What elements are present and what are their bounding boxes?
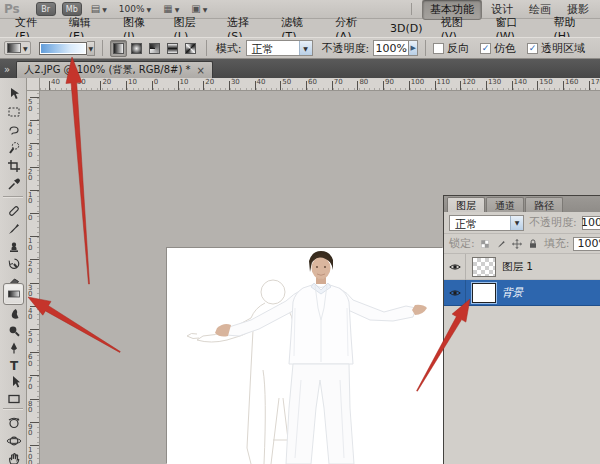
reflected-gradient-button[interactable] bbox=[164, 40, 181, 57]
opacity-input[interactable]: 100% bbox=[373, 40, 409, 56]
blend-mode-select[interactable]: 正常▼ bbox=[246, 40, 313, 56]
dodge-tool[interactable] bbox=[3, 322, 24, 340]
move-tool[interactable] bbox=[3, 85, 24, 103]
lock-all-icon bbox=[527, 238, 539, 250]
ruler-number: 60 bbox=[28, 354, 36, 367]
3d-rotate-tool[interactable] bbox=[3, 414, 24, 432]
lock-transparent-button[interactable] bbox=[479, 237, 492, 250]
ruler-number: 110 bbox=[437, 78, 450, 86]
lock-paint-icon bbox=[495, 238, 507, 250]
layer-thumbnail[interactable] bbox=[472, 257, 496, 277]
reflected-gradient-icon bbox=[167, 43, 178, 54]
ruler-tick bbox=[178, 81, 179, 90]
opacity-label: 不透明度: bbox=[322, 41, 370, 56]
gradient-picker-arrow[interactable]: ▼ bbox=[87, 41, 95, 56]
spot-healing-brush-tool[interactable] bbox=[3, 202, 24, 220]
type-tool[interactable]: T bbox=[3, 356, 24, 374]
close-tab-icon[interactable]: × bbox=[197, 65, 205, 76]
lock-position-icon bbox=[511, 238, 523, 250]
rectangular-marquee-tool[interactable] bbox=[3, 103, 24, 121]
toolbox: T bbox=[0, 78, 27, 464]
layer-name: 图层 1 bbox=[502, 260, 533, 274]
ruler-number: 30 bbox=[28, 145, 36, 158]
ruler-number: 90 bbox=[385, 78, 394, 86]
fill-label: 填充: bbox=[544, 236, 570, 251]
lock-all-button[interactable] bbox=[527, 237, 540, 250]
diamond-gradient-button[interactable] bbox=[182, 40, 199, 57]
brush-tool[interactable] bbox=[3, 220, 24, 238]
panel-tab-图层[interactable]: 图层 bbox=[447, 197, 485, 212]
checkbox-仿色[interactable]: ✓仿色 bbox=[480, 41, 516, 56]
layer-thumbnail[interactable] bbox=[472, 283, 496, 303]
ruler-tick bbox=[49, 81, 50, 90]
lock-buttons bbox=[479, 237, 540, 250]
checkbox-label: 透明区域 bbox=[541, 41, 585, 56]
smudge-tool[interactable] bbox=[3, 305, 24, 323]
clone-stamp-tool[interactable] bbox=[3, 238, 24, 256]
gradient-tool-icon bbox=[6, 286, 22, 302]
history-brush-tool[interactable] bbox=[3, 255, 24, 273]
gradient-type-buttons bbox=[110, 40, 199, 57]
move-tool-icon bbox=[6, 86, 22, 102]
layers-opacity-value[interactable]: 100% bbox=[582, 216, 600, 230]
ruler-tick bbox=[486, 81, 487, 90]
lock-label: 锁定: bbox=[449, 236, 475, 251]
quick-selection-tool[interactable] bbox=[3, 139, 24, 157]
history-brush-tool-icon bbox=[6, 256, 22, 272]
gradient-preview[interactable] bbox=[39, 42, 88, 55]
gradient-tool[interactable] bbox=[3, 283, 24, 305]
panel-tab-路径[interactable]: 路径 bbox=[525, 197, 563, 212]
layer-visibility-toggle[interactable] bbox=[444, 254, 466, 280]
mode-label: 模式: bbox=[216, 41, 242, 56]
blend-mode-row: 正常▼ 不透明度: 100% bbox=[444, 212, 600, 234]
ruler-number: 150 bbox=[539, 78, 552, 86]
panel-collapse-icon[interactable]: » bbox=[0, 64, 16, 78]
ruler-number: 40 bbox=[51, 78, 60, 86]
tool-preset-picker[interactable]: ▼ bbox=[4, 41, 31, 55]
vertical-ruler: 50403020100102030405060708090100 bbox=[27, 91, 40, 464]
radial-gradient-button[interactable] bbox=[128, 40, 145, 57]
ruler-number: 130 bbox=[488, 78, 501, 86]
checkbox-checked-icon[interactable]: ✓ bbox=[527, 43, 538, 54]
document-tab[interactable]: 人2.JPG @ 100% (背景, RGB/8#) * × bbox=[16, 61, 213, 78]
document-canvas[interactable] bbox=[167, 248, 443, 464]
checkbox-checked-icon[interactable]: ✓ bbox=[480, 43, 491, 54]
ruler-number: 50 bbox=[28, 331, 36, 344]
rectangle-shape-tool[interactable] bbox=[3, 390, 24, 408]
lasso-tool[interactable] bbox=[3, 121, 24, 139]
menu-item[interactable]: 3D(D) bbox=[381, 21, 432, 36]
layer-visibility-toggle[interactable] bbox=[444, 280, 466, 306]
panel-tab-通道[interactable]: 通道 bbox=[486, 197, 524, 212]
lock-paint-button[interactable] bbox=[495, 237, 508, 250]
pen-tool[interactable] bbox=[3, 339, 24, 357]
ruler-tick bbox=[537, 81, 538, 90]
linear-gradient-button[interactable] bbox=[110, 40, 127, 57]
angle-gradient-button[interactable] bbox=[146, 40, 163, 57]
ruler-number: 170 bbox=[591, 78, 600, 86]
spot-healing-brush-tool-icon bbox=[6, 203, 22, 219]
menu-bar: 文件(F)编辑(E)图像(I)图层(L)选择(S)滤镜(T)分析(A)3D(D)… bbox=[0, 20, 600, 37]
crop-tool[interactable] bbox=[3, 157, 24, 175]
tool-options-bar: ▼ ▼ 模式: 正常▼ 不透明度: 100% ▶ 反向✓仿色✓透明区域 bbox=[0, 37, 600, 59]
hand-tool[interactable] bbox=[3, 450, 24, 464]
fill-value[interactable]: 100% bbox=[573, 237, 600, 251]
eye-icon bbox=[448, 286, 462, 300]
hand-tool-icon bbox=[6, 451, 22, 464]
ruler-tick bbox=[332, 81, 333, 90]
lock-position-button[interactable] bbox=[511, 237, 524, 250]
checkbox-反向[interactable]: 反向 bbox=[433, 41, 469, 56]
layer-row-图层 1[interactable]: 图层 1 bbox=[444, 254, 600, 280]
checkbox-unchecked-icon[interactable] bbox=[433, 43, 444, 54]
opacity-slider-arrow[interactable]: ▶ bbox=[409, 40, 418, 56]
ruler-number: 50 bbox=[28, 99, 36, 112]
ruler-number: 160 bbox=[565, 78, 578, 86]
checkbox-透明区域[interactable]: ✓透明区域 bbox=[527, 41, 585, 56]
layer-row-背景[interactable]: 背景 bbox=[444, 280, 600, 306]
layers-blend-mode-select[interactable]: 正常▼ bbox=[449, 215, 524, 231]
eyedropper-tool[interactable] bbox=[3, 175, 24, 193]
3d-orbit-tool[interactable] bbox=[3, 432, 24, 450]
ruler-number: 60 bbox=[308, 78, 317, 86]
ruler-tick bbox=[100, 81, 101, 90]
divider bbox=[411, 3, 412, 15]
path-selection-tool[interactable] bbox=[3, 373, 24, 391]
